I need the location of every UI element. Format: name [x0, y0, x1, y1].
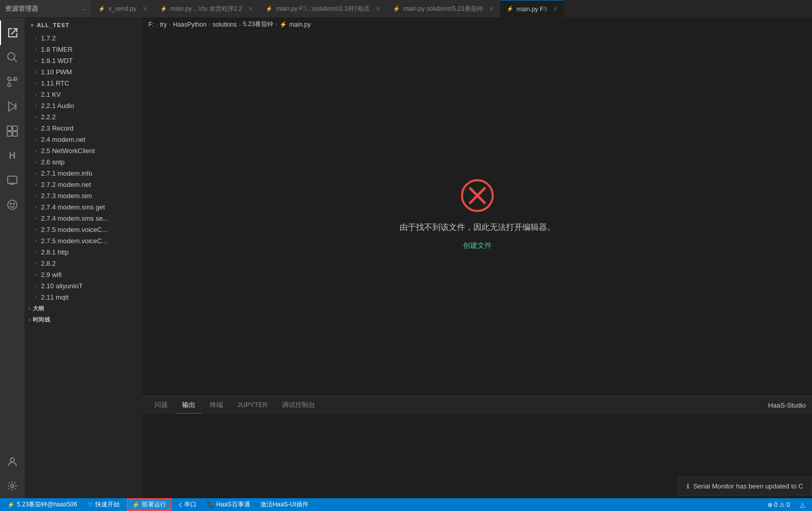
- tab-main4[interactable]: ⚡ main.py F:\ ✕: [500, 0, 564, 17]
- tree-item-272[interactable]: › 2.7.2 modem.net: [25, 179, 142, 190]
- heart-icon: ♡: [87, 501, 93, 508]
- status-activate[interactable]: 激活HaaS-UI插件: [257, 498, 312, 511]
- tree-item-110[interactable]: › 1.10 PWM: [25, 66, 142, 77]
- tree-item-label: 1.9.1 WDT: [41, 57, 73, 65]
- activity-explorer[interactable]: [0, 20, 25, 45]
- status-project[interactable]: ⚡ 5.23番茄钟@haas506: [4, 498, 80, 511]
- status-serial[interactable]: ☇ 串口: [175, 498, 200, 511]
- tree-item-275a[interactable]: › 2.7.5 modem.voiceC...: [25, 224, 142, 235]
- chevron-icon: ›: [33, 125, 39, 131]
- create-file-link[interactable]: 创建文件: [463, 241, 492, 250]
- status-haas100[interactable]: 📞 HaaS百事通: [204, 498, 253, 511]
- editor-main: 由于找不到该文件，因此无法打开编辑器。 创建文件: [142, 31, 812, 396]
- tab-close[interactable]: ✕: [553, 6, 558, 12]
- tree-item-label: 2.5 NetWorkClient: [41, 147, 95, 155]
- tree-item-111[interactable]: › 1.11 RTC: [25, 77, 142, 89]
- tree-item-172[interactable]: › 1.7.2: [25, 32, 142, 44]
- activity-settings[interactable]: [0, 474, 25, 498]
- status-quickstart[interactable]: ♡ 快速开始: [84, 498, 123, 511]
- tree-item-label: 2.7.5 modem.voiceC...: [41, 237, 107, 245]
- panel-tab-terminal[interactable]: 终端: [204, 396, 229, 414]
- tree-item-191[interactable]: › 1.9.1 WDT: [25, 55, 142, 66]
- panel-tabs: 问题 输出 终端 JUPYTER 调试控制台 HaaS-Studio: [142, 396, 812, 414]
- tree-item-273[interactable]: › 2.7.3 modem.sim: [25, 190, 142, 201]
- error-container: 由于找不到该文件，因此无法打开编辑器。 创建文件: [400, 177, 555, 250]
- tab-main3[interactable]: ⚡ main.py solutions\5.23番茄钟 ✕: [387, 0, 500, 17]
- tree-item-label: 2.2.2: [41, 113, 56, 121]
- tree-item-29[interactable]: › 2.9 wifi: [25, 269, 142, 280]
- svg-rect-11: [8, 176, 17, 183]
- tab-close[interactable]: ✕: [376, 6, 380, 12]
- tree-item-211[interactable]: › 2.11 mqtt: [25, 291, 142, 303]
- breadcrumb-try: try: [160, 21, 167, 28]
- editor-area: F: › try › HaasPython › solutions › 5.23…: [142, 18, 812, 498]
- svg-point-2: [8, 77, 11, 80]
- tree-item-23[interactable]: › 2.3 Record: [25, 122, 142, 134]
- status-project-label: 5.23番茄钟@haas506: [17, 500, 77, 509]
- tab-close[interactable]: ✕: [143, 6, 147, 12]
- svg-point-14: [8, 200, 17, 209]
- phone-icon: 📞: [207, 501, 214, 508]
- tree-item-label: 2.7.4 modem.sms get: [41, 203, 105, 211]
- chevron-icon: ›: [33, 114, 39, 120]
- chevron-icon: ›: [33, 171, 39, 176]
- tree-item-222[interactable]: › 2.2.2: [25, 111, 142, 122]
- activity-haas[interactable]: H: [0, 143, 25, 168]
- more-button[interactable]: ···: [81, 5, 86, 13]
- tab-main2[interactable]: ⚡ main.py F:\...\solutions\3.18打电话 ✕: [259, 0, 387, 17]
- tree-item-label: 1.7.2: [41, 34, 56, 42]
- panel-tab-output[interactable]: 输出: [176, 396, 202, 414]
- chevron-icon: ›: [33, 148, 39, 154]
- info-icon: ℹ: [687, 482, 689, 490]
- activity-search[interactable]: [0, 45, 25, 70]
- tree-item-210[interactable]: › 2.10 aliyunIoT: [25, 280, 142, 291]
- tab-close[interactable]: ✕: [248, 6, 253, 12]
- tree-item-18[interactable]: › 1.8 TIMER: [25, 44, 142, 55]
- tree-item-label: 2.6 sntp: [41, 158, 64, 166]
- activity-extensions[interactable]: [0, 119, 25, 143]
- activity-device[interactable]: [0, 168, 25, 193]
- tree-item-221[interactable]: › 2.2.1 Audio: [25, 100, 142, 111]
- root-label: ALL_TEST: [37, 22, 70, 28]
- collapse-icon[interactable]: ▾: [31, 23, 34, 28]
- tree-item-24[interactable]: › 2.4 modem.net: [25, 134, 142, 145]
- tree-item-274a[interactable]: › 2.7.4 modem.sms get: [25, 201, 142, 212]
- tab-label: main.py F:\: [517, 6, 547, 13]
- tree-item-282[interactable]: › 2.8.2: [25, 258, 142, 269]
- deploy-icon: ⚡: [132, 501, 140, 508]
- serial-icon: ☇: [179, 501, 182, 508]
- panel-tab-debug[interactable]: 调试控制台: [276, 396, 321, 414]
- panel-tab-jupyter[interactable]: JUPYTER: [231, 396, 274, 414]
- tree-item-label: 2.9 wifi: [41, 271, 61, 279]
- activity-run[interactable]: [0, 94, 25, 119]
- tab-v-send[interactable]: ⚡ v_send.py ✕: [92, 0, 154, 17]
- tree-item-25[interactable]: › 2.5 NetWorkClient: [25, 145, 142, 156]
- status-errors[interactable]: ⊗ 0 ⚠ 0: [764, 498, 793, 511]
- tree-item-label: 1.8 TIMER: [41, 46, 73, 53]
- tree-item-281[interactable]: › 2.8.1 http: [25, 246, 142, 258]
- tab-bar: 资源管理器 ··· ⚡ v_send.py ✕ ⚡ main.py ...\rt…: [0, 0, 812, 18]
- chevron-icon: ›: [33, 159, 39, 165]
- tree-item-21[interactable]: › 2.1 KV: [25, 89, 142, 100]
- section-timeline[interactable]: › 时间线: [25, 314, 142, 325]
- section-outline[interactable]: › 大纲: [25, 303, 142, 314]
- activity-source-control[interactable]: [0, 70, 25, 94]
- explorer-header: 资源管理器 ···: [0, 0, 92, 17]
- tree-item-26[interactable]: › 2.6 sntp: [25, 156, 142, 167]
- tree-item-274b[interactable]: › 2.7.4 modem.sms se...: [25, 212, 142, 224]
- tree-item-275b[interactable]: › 2.7.5 modem.voiceC...: [25, 235, 142, 246]
- svg-rect-8: [13, 126, 17, 131]
- chevron-icon: ›: [33, 182, 39, 187]
- tab-close[interactable]: ✕: [489, 6, 494, 12]
- status-deploy[interactable]: ⚡ 部署运行: [127, 498, 171, 511]
- tree-item-label: 2.7.1 modem.info: [41, 169, 92, 177]
- panel-tab-issues[interactable]: 问题: [148, 396, 174, 414]
- activity-account[interactable]: [0, 449, 25, 474]
- tree-item-271[interactable]: › 2.7.1 modem.info: [25, 167, 142, 179]
- status-notifications[interactable]: △: [797, 498, 808, 511]
- notification-bar: ℹ Serial Monitor has been updated to C: [678, 477, 812, 496]
- status-activate-label: 激活HaaS-UI插件: [260, 500, 309, 509]
- tree-item-label: 2.2.1 Audio: [41, 102, 74, 110]
- activity-smiley[interactable]: [0, 193, 25, 217]
- tab-main1[interactable]: ⚡ main.py ...\rtu 发货程序2.2 ✕: [154, 0, 260, 17]
